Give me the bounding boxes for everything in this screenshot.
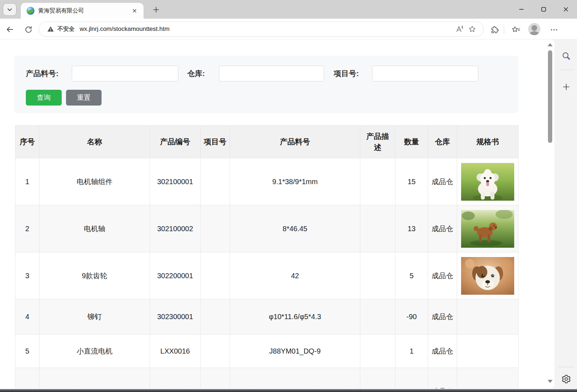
cell-product-no: 302100002: [150, 205, 201, 252]
table-row: 4 铆钉 302300001 φ10*11.6/φ5*4.3 -90 成品仓: [15, 299, 519, 335]
spec-image-puppy-face[interactable]: [461, 257, 514, 295]
read-aloud-icon: [456, 25, 464, 33]
read-aloud-button[interactable]: [454, 24, 466, 34]
cell-name: 小直流电机: [39, 335, 150, 368]
cell-project-no: [201, 335, 230, 368]
cell-spec: [457, 205, 519, 252]
scrollbar-down-arrow[interactable]: [548, 380, 553, 383]
warehouse-input[interactable]: [219, 66, 324, 81]
ellipsis-icon: [550, 26, 558, 34]
cell-warehouse: 成品仓: [428, 252, 457, 299]
refresh-icon: [24, 25, 33, 34]
query-button[interactable]: 查询: [26, 90, 62, 106]
cell-part-no: [230, 368, 360, 389]
spec-image-white-dog[interactable]: [461, 163, 514, 201]
header-spec: 规格书: [457, 126, 519, 158]
cell-quantity: [395, 368, 428, 389]
cell-warehouse: 成品仓: [428, 299, 457, 335]
search-icon: [562, 51, 571, 61]
part-no-input[interactable]: [72, 66, 178, 81]
table-row: 3 9款齿轮 302200001 42 5 成品仓: [15, 252, 519, 299]
back-arrow-icon: [5, 25, 14, 34]
cell-description: [360, 299, 395, 335]
project-no-input[interactable]: [372, 66, 478, 81]
cell-quantity: 15: [395, 158, 428, 205]
cell-project-no: [201, 299, 230, 335]
avatar-torso: [529, 31, 539, 35]
sidebar-add-button[interactable]: [560, 81, 572, 93]
security-label: 不安全: [57, 25, 75, 33]
close-icon: [563, 6, 569, 12]
gear-icon: [561, 374, 571, 384]
sidebar-search-button[interactable]: [560, 50, 572, 62]
favorites-list-icon: [511, 25, 521, 34]
cell-name: 9款齿轮: [39, 252, 150, 299]
cell-seq: 1: [15, 158, 39, 205]
spec-image-brown-poodle[interactable]: [461, 210, 514, 248]
tab-search-button[interactable]: [3, 3, 17, 16]
cell-product-no: [150, 368, 201, 389]
cell-quantity: 13: [395, 205, 428, 252]
taskbar-edge: [0, 389, 577, 392]
edge-sidebar: [555, 39, 577, 388]
cell-quantity: -90: [395, 299, 428, 335]
extensions-button[interactable]: [489, 25, 500, 35]
scrollbar-thumb[interactable]: [548, 50, 552, 143]
cell-warehouse: 成品仓: [428, 335, 457, 368]
favorite-star-button[interactable]: [466, 24, 478, 34]
cell-product-no: 302100001: [150, 158, 201, 205]
minimize-icon: [519, 6, 524, 12]
table-row: 5 小直流电机 LXX0016 J88YM01_DQ-9 1 成品仓: [15, 335, 519, 368]
sidebar-settings-button[interactable]: [560, 373, 572, 385]
part-no-label: 产品料号:: [26, 66, 58, 81]
plus-icon: [153, 6, 160, 13]
browser-toolbar: 不安全 wx.jlnrj.com/stockamounttest.htm: [0, 19, 577, 39]
cell-project-no: [201, 368, 230, 389]
cell-spec: [457, 299, 519, 335]
header-product-no: 产品编号: [150, 126, 201, 158]
tab-title: 黄海贸易有限公司: [38, 7, 130, 15]
reset-button[interactable]: 重置: [66, 90, 102, 106]
url-text[interactable]: wx.jlnrj.com/stockamounttest.htm: [80, 25, 454, 33]
cell-warehouse: 成品仓: [428, 158, 457, 205]
window-controls: [510, 0, 577, 19]
collections-button[interactable]: [510, 25, 522, 35]
cell-spec: [457, 252, 519, 299]
cell-spec: [457, 368, 519, 389]
filter-panel: 产品料号: 仓库: 项目号: 查询 重置: [14, 56, 518, 113]
cell-project-no: [201, 205, 230, 252]
cell-warehouse: 成品仓: [428, 368, 457, 389]
cell-seq: 4: [15, 299, 39, 335]
new-tab-button[interactable]: [150, 5, 162, 15]
site-favicon-icon: [27, 7, 34, 15]
avatar-head: [531, 25, 537, 31]
maximize-button[interactable]: [533, 0, 555, 19]
back-button[interactable]: [4, 24, 15, 34]
table-header-row: 序号 名称 产品编号 项目号 产品料号 产品描述 数量 仓库 规格书: [15, 126, 519, 158]
cell-description: [360, 158, 395, 205]
browser-tab[interactable]: 黄海贸易有限公司: [21, 3, 144, 19]
cell-seq: 2: [15, 205, 39, 252]
table-row: 1 电机轴组件 302100001 9.1*38/9*1mm 15 成品仓: [15, 158, 519, 205]
table-row: 2 电机轴 302100002 8*46.45 13 成品仓: [15, 205, 519, 252]
cell-warehouse: 成品仓: [428, 205, 457, 252]
cell-project-no: [201, 158, 230, 205]
close-window-button[interactable]: [555, 0, 577, 19]
cell-name: 电机轴: [39, 205, 150, 252]
scrollbar-up-arrow[interactable]: [548, 43, 553, 46]
refresh-button[interactable]: [23, 24, 34, 34]
address-bar[interactable]: 不安全 wx.jlnrj.com/stockamounttest.htm: [39, 22, 484, 37]
puzzle-piece-icon: [490, 25, 499, 34]
cell-name: 电机轴组件: [39, 158, 150, 205]
settings-more-button[interactable]: [548, 25, 560, 35]
cell-description: [360, 205, 395, 252]
profile-avatar[interactable]: [528, 23, 540, 35]
maximize-icon: [541, 6, 546, 12]
minimize-button[interactable]: [510, 0, 533, 19]
table-row-partial: 6 成品仓: [15, 368, 519, 389]
header-name: 名称: [39, 126, 150, 158]
cell-product-no: 302300001: [150, 299, 201, 335]
cell-seq: 3: [15, 252, 39, 299]
tab-close-icon[interactable]: [130, 6, 139, 15]
cell-description: [360, 368, 395, 389]
